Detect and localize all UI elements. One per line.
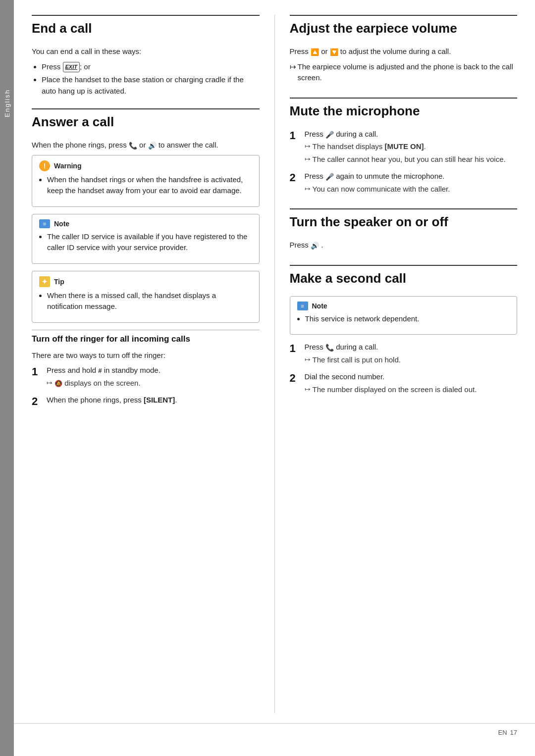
warning-text: When the handset rings or when the hands… xyxy=(47,174,252,197)
step-1-arrow: 🔕 displays on the screen. xyxy=(47,378,260,389)
phone-icon-1: 📞 xyxy=(129,142,137,150)
phone-icon-2: 📞 xyxy=(325,344,334,352)
tip-text: When there is a missed call, the handset… xyxy=(47,290,252,312)
section-earpiece: Adjust the earpiece volume Press 🔼 or 🔽 … xyxy=(290,15,518,84)
speaker-btn-icon: 🔊 xyxy=(311,242,319,250)
ringer-title: Turn off the ringer for all incoming cal… xyxy=(32,330,260,346)
handsfree-icon-1: 🔊 xyxy=(148,142,157,150)
mute-step-1-content: Press 🎤 during a call. The handset displ… xyxy=(305,129,518,165)
left-column: End a call You can end a call in these w… xyxy=(14,15,275,713)
bell-crossed-icon: 🔕 xyxy=(54,380,62,387)
mic-icon-2: 🎤 xyxy=(325,173,334,181)
second-call-step-1-content: Press 📞 during a call. The first call is… xyxy=(305,342,518,365)
answer-call-intro: When the phone rings, press 📞 or 🔊 to an… xyxy=(32,140,260,151)
tip-content: When there is a missed call, the handset… xyxy=(47,290,252,312)
mute-step-1: 1 Press 🎤 during a call. The handset dis… xyxy=(290,129,518,165)
end-call-list: Press EXIT; or Place the handset to the … xyxy=(42,61,260,97)
note-header-1: ≡ Note xyxy=(39,219,252,228)
note-icon-2: ≡ xyxy=(297,302,308,310)
end-call-item-1: Press EXIT; or xyxy=(42,61,260,73)
note-content-2: This service is network dependent. xyxy=(305,313,510,325)
second-call-step-1: 1 Press 📞 during a call. The first call … xyxy=(290,342,518,365)
ringer-step-2: 2 When the phone rings, press [SILENT]. xyxy=(32,395,260,409)
earpiece-text: Press 🔼 or 🔽 to adjust the volume during… xyxy=(290,46,518,57)
side-tab: English xyxy=(0,0,14,756)
end-call-item-2: Place the handset to the base station or… xyxy=(42,74,260,97)
silent-label: [SILENT] xyxy=(144,396,175,404)
mute-title: Mute the microphone xyxy=(290,98,518,122)
section-end-call: End a call You can end a call in these w… xyxy=(32,15,260,97)
note-label-1: Note xyxy=(54,220,69,228)
section-second-call: Make a second call ≡ Note This service i… xyxy=(290,265,518,396)
step-number-1: 1 xyxy=(32,365,42,379)
mute-step-num-2: 2 xyxy=(290,171,300,185)
tip-header: ✦ Tip xyxy=(39,276,252,287)
speaker-text: Press 🔊 . xyxy=(290,240,518,251)
tip-box: ✦ Tip When there is a missed call, the h… xyxy=(32,271,260,323)
hash-icon: # xyxy=(98,367,102,374)
note-box-2: ≡ Note This service is network dependent… xyxy=(290,296,518,335)
earpiece-title: Adjust the earpiece volume xyxy=(290,15,518,39)
second-call-title: Make a second call xyxy=(290,265,518,289)
note-header-2: ≡ Note xyxy=(297,302,510,310)
second-call-step-2-text: Dial the second number. xyxy=(305,372,385,381)
end-call-intro: You can end a call in these ways: xyxy=(32,46,260,57)
section-answer-call: Answer a call When the phone rings, pres… xyxy=(32,108,260,323)
section-speaker: Turn the speaker on or off Press 🔊 . xyxy=(290,208,518,251)
footer-text: EN 17 xyxy=(498,729,517,736)
second-call-arrow-1: The first call is put on hold. xyxy=(305,354,518,366)
footer-page: 17 xyxy=(510,729,517,736)
mute-arrow-1b: The caller cannot hear you, but you can … xyxy=(305,154,518,165)
vol-down-icon: 🔽 xyxy=(330,48,338,56)
section-mute: Mute the microphone 1 Press 🎤 during a c… xyxy=(290,98,518,195)
footer-lang: EN xyxy=(498,729,507,736)
vol-up-icon: 🔼 xyxy=(311,48,319,56)
second-call-step-num-2: 2 xyxy=(290,371,300,386)
ringer-step-1: 1 Press and hold # in standby mode. 🔕 di… xyxy=(32,365,260,389)
second-call-arrow-2: The number displayed on the screen is di… xyxy=(305,384,518,396)
warning-label: Warning xyxy=(54,162,81,170)
end-call-title: End a call xyxy=(32,15,260,39)
warning-content: When the handset rings or when the hands… xyxy=(47,174,252,197)
warning-box: ! Warning When the handset rings or when… xyxy=(32,155,260,207)
mute-step-2: 2 Press 🎤 again to unmute the microphone… xyxy=(290,171,518,195)
ringer-intro: There are two ways to turn off the ringe… xyxy=(32,350,260,361)
note-text-2: This service is network dependent. xyxy=(305,313,510,325)
note-box-1: ≡ Note The caller ID service is availabl… xyxy=(32,214,260,264)
note-text-1: The caller ID service is available if yo… xyxy=(47,231,252,253)
mute-arrow-1a: The handset displays [MUTE ON]. xyxy=(305,141,518,152)
tip-icon: ✦ xyxy=(39,276,50,287)
note-content-1: The caller ID service is available if yo… xyxy=(47,231,252,253)
second-call-step-2-content: Dial the second number. The number displ… xyxy=(305,371,518,395)
speaker-title: Turn the speaker on or off xyxy=(290,208,518,233)
mic-icon-1: 🎤 xyxy=(325,130,334,138)
step-number-2: 2 xyxy=(32,395,42,409)
warning-icon: ! xyxy=(39,160,50,171)
earpiece-arrow: ↦ The earpiece volume is adjusted and th… xyxy=(290,61,518,84)
mute-step-num-1: 1 xyxy=(290,129,300,143)
footer: EN 17 xyxy=(14,723,535,736)
second-call-step-2: 2 Dial the second number. The number dis… xyxy=(290,371,518,395)
section-ringer: Turn off the ringer for all incoming cal… xyxy=(32,330,260,409)
warning-header: ! Warning xyxy=(39,160,252,171)
mute-arrow-2: You can now communicate with the caller. xyxy=(305,184,518,195)
exit-button-icon: EXIT xyxy=(63,62,80,72)
note-icon-1: ≡ xyxy=(39,219,50,228)
right-column: Adjust the earpiece volume Press 🔼 or 🔽 … xyxy=(275,15,535,713)
earpiece-arrow-text: The earpiece volume is adjusted and the … xyxy=(298,62,513,82)
note-label-2: Note xyxy=(312,302,327,310)
side-tab-label: English xyxy=(3,89,11,117)
mute-on-label: [MUTE ON] xyxy=(384,142,424,151)
second-call-step-num-1: 1 xyxy=(290,342,300,356)
step-2-content: When the phone rings, press [SILENT]. xyxy=(47,395,260,406)
mute-step-2-content: Press 🎤 again to unmute the microphone. … xyxy=(305,171,518,195)
step-1-content: Press and hold # in standby mode. 🔕 disp… xyxy=(47,365,260,389)
tip-label: Tip xyxy=(54,278,64,286)
answer-call-title: Answer a call xyxy=(32,108,260,133)
